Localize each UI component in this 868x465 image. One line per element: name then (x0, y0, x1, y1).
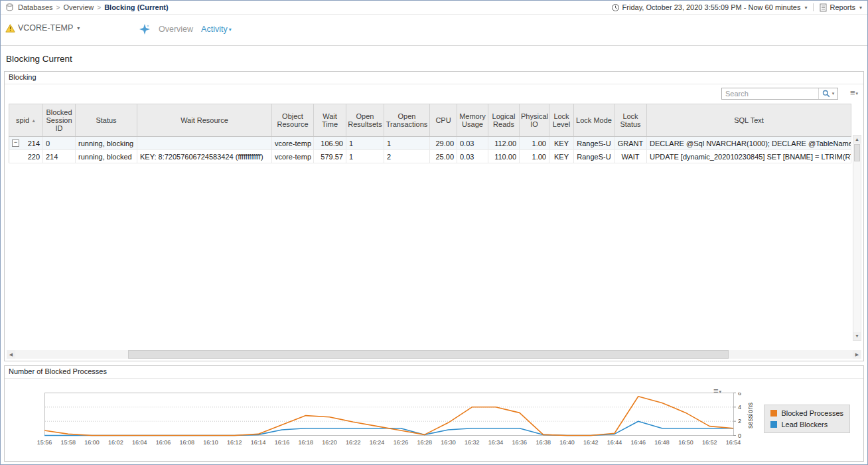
time-range-selector[interactable]: Friday, October 23, 2020 3:55:09 PM - No… (611, 3, 808, 12)
table-row[interactable]: 220214running, blockedKEY: 8:72057606724… (9, 150, 851, 163)
spid-value: 220 (28, 153, 40, 161)
column-header-lock_status[interactable]: Lock Status (615, 104, 647, 137)
column-header-label: spid (16, 116, 29, 124)
column-header-physical_io[interactable]: Physical IO (520, 104, 549, 137)
vertical-scrollbar[interactable]: ▲ ▼ (853, 135, 861, 341)
x-tick-label: 16:50 (678, 439, 693, 446)
x-tick-label: 16:18 (298, 439, 313, 446)
breadcrumb-separator: > (56, 4, 60, 11)
search-row: ▾ (721, 88, 838, 100)
reports-menu[interactable]: Reports ▾ (820, 3, 862, 12)
grid-options-menu[interactable]: ≡ ▾ (850, 89, 858, 96)
clock-icon (611, 3, 620, 12)
horizontal-scrollbar[interactable]: ◀ ▶ (7, 350, 861, 359)
collapse-row-icon[interactable]: − (12, 140, 19, 147)
search-icon (822, 90, 830, 98)
warning-icon (5, 24, 15, 33)
x-tick-label: 16:38 (536, 439, 551, 446)
legend-label: Lead Blockers (781, 420, 828, 428)
x-tick-label: 16:52 (702, 439, 717, 446)
scroll-up-button[interactable]: ▲ (853, 136, 861, 143)
column-header-memory_usage[interactable]: Memory Usage (457, 104, 488, 137)
cell-lock_status: GRANT (615, 137, 647, 150)
vertical-scroll-track[interactable] (853, 143, 861, 332)
blocking-panel-title: Blocking (5, 72, 863, 84)
x-tick-label: 16:40 (559, 439, 575, 446)
topbar: Databases > Overview > Blocking (Current… (1, 1, 867, 15)
chevron-down-icon: ▾ (832, 91, 835, 96)
column-header-wait_resource[interactable]: Wait Resource (137, 104, 272, 137)
x-tick-label: 16:28 (417, 439, 432, 446)
column-header-label: CPU (435, 116, 451, 124)
x-tick-label: 15:56 (37, 439, 52, 446)
report-icon (820, 3, 827, 12)
breadcrumb-separator: > (97, 4, 101, 11)
cell-logical_reads: 110.00 (488, 150, 520, 163)
column-header-logical_reads[interactable]: Logical Reads (488, 104, 520, 137)
cell-memory_usage: 0.03 (457, 150, 488, 163)
search-input[interactable] (722, 88, 818, 99)
legend-item: Lead Blockers (770, 420, 843, 428)
chevron-down-icon: ▾ (77, 25, 80, 31)
server-selector[interactable]: VCORE-TEMP ▾ (5, 23, 80, 33)
x-tick-label: 16:04 (132, 439, 147, 446)
cell-logical_reads: 112.00 (488, 137, 520, 150)
chart-area: 0246sessions15:5615:5816:0016:0216:0416:… (34, 393, 774, 454)
x-tick-label: 16:54 (726, 439, 741, 446)
column-header-open_resultsets[interactable]: Open Resultsets (346, 104, 384, 137)
column-header-label: Open Transactions (386, 112, 428, 128)
column-header-label: Logical Reads (492, 112, 516, 128)
databases-icon (6, 3, 13, 11)
cell-lock_level: KEY (549, 137, 574, 150)
column-header-object_resource[interactable]: Object Resource (272, 104, 314, 137)
cell-wait_resource (137, 137, 272, 150)
x-tick-label: 16:34 (488, 439, 504, 446)
column-header-label: Physical IO (521, 112, 548, 128)
cell-blocked_session_id: 0 (43, 137, 76, 150)
cell-physical_io: 1.00 (520, 137, 549, 150)
cell-status: running, blocking (76, 137, 137, 150)
chart-panel-title: Number of Blocked Processes (5, 366, 863, 379)
column-header-cpu[interactable]: CPU (430, 104, 457, 137)
x-tick-label: 16:46 (631, 439, 646, 446)
divider (813, 3, 814, 11)
cell-open_resultsets: 1 (346, 137, 384, 150)
search-button[interactable]: ▾ (818, 88, 837, 99)
column-header-sql_text[interactable]: SQL Text (647, 104, 851, 137)
column-header-label: Memory Usage (459, 112, 486, 128)
breadcrumb-current: Blocking (Current) (104, 3, 169, 11)
scroll-right-button[interactable]: ▶ (853, 350, 861, 359)
column-header-open_transactions[interactable]: Open Transactions (384, 104, 430, 137)
tab-overview[interactable]: Overview (159, 25, 193, 34)
column-header-lock_mode[interactable]: Lock Mode (574, 104, 615, 137)
column-header-label: Blocked Session ID (46, 108, 72, 132)
vertical-scroll-thumb[interactable] (854, 144, 860, 161)
horizontal-scroll-track[interactable] (15, 350, 853, 359)
x-tick-label: 16:00 (84, 439, 100, 446)
topbar-right: Friday, October 23, 2020 3:55:09 PM - No… (611, 3, 862, 12)
column-header-blocked_session_id[interactable]: Blocked Session ID (43, 104, 76, 137)
chevron-down-icon: ▾ (859, 5, 862, 11)
column-header-status[interactable]: Status (76, 104, 137, 137)
table-row[interactable]: −2140running, blockingvcore-temp106.9011… (9, 137, 851, 150)
scroll-left-button[interactable]: ◀ (7, 350, 15, 359)
breadcrumb-overview[interactable]: Overview (63, 3, 94, 11)
tab-activity[interactable]: Activity ▾ (201, 25, 232, 34)
horizontal-scroll-thumb[interactable] (128, 350, 729, 359)
column-header-wait_time[interactable]: Wait Time (314, 104, 346, 137)
x-tick-label: 16:06 (156, 439, 171, 446)
column-header-label: Wait Time (322, 112, 338, 128)
x-tick-label: 16:16 (275, 439, 290, 446)
app-window: Databases > Overview > Blocking (Current… (1, 1, 867, 46)
column-header-label: Status (96, 116, 116, 124)
column-header-label: Lock Status (620, 112, 640, 128)
breadcrumb-databases[interactable]: Databases (18, 3, 53, 11)
scroll-down-button[interactable]: ▼ (853, 332, 861, 340)
x-tick-label: 16:22 (346, 439, 361, 446)
column-header-lock_level[interactable]: Lock Level (549, 104, 574, 137)
column-header-spid[interactable]: spid▲ (9, 104, 43, 137)
line-chart: 0246sessions15:5615:5816:0016:0216:0416:… (34, 393, 774, 452)
y-tick-label: 6 (738, 393, 741, 397)
toolbar: VCORE-TEMP ▾ Overview Activity ▾ (1, 15, 867, 46)
menu-icon: ≡ (850, 89, 855, 96)
